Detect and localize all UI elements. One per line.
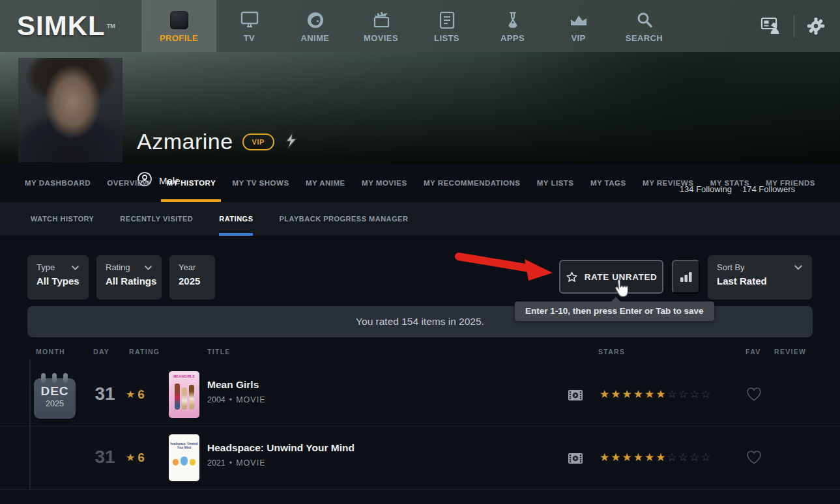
profile-hero: Azmarine VIP Male 134 Following 174 Foll…	[0, 52, 840, 164]
profile-tabs: MY DASHBOARD OVERVIEW MY HISTORY MY TV S…	[0, 164, 840, 202]
item-meta: 2004•MOVIE	[207, 395, 266, 404]
tab-my-tags[interactable]: MY TAGS	[589, 164, 628, 202]
sort-by-dropdown[interactable]: Sort By Last Rated	[708, 255, 812, 300]
type-filter-dropdown[interactable]: Type All Types	[27, 255, 89, 300]
tab-my-dashboard[interactable]: MY DASHBOARD	[23, 164, 92, 202]
nav-item-search[interactable]: SEARCH	[611, 0, 677, 52]
nav-item-label: SEARCH	[626, 33, 663, 43]
main-nav: PROFILE TV ANIME MOVIES	[141, 0, 677, 52]
year-filter-value: 2025	[179, 275, 206, 287]
profile-name-row: Azmarine VIP	[137, 129, 299, 154]
title-cell: Headspace: Unwind Your Mind 2021•MOVIE	[207, 442, 355, 468]
item-meta: 2021•MOVIE	[207, 458, 355, 468]
tab-my-tv-shows[interactable]: MY TV SHOWS	[231, 164, 290, 202]
favorite-heart-icon[interactable]	[746, 386, 762, 404]
ratings-chart-button[interactable]	[672, 260, 700, 294]
year-filter-dropdown[interactable]: Year 2025	[169, 255, 215, 300]
profile-name: Azmarine	[137, 129, 233, 154]
tab-my-friends[interactable]: MY FRIENDS	[764, 164, 817, 202]
col-month: MONTH	[36, 348, 65, 356]
nav-item-apps[interactable]: APPS	[480, 0, 545, 52]
subtab-playback-progress-manager[interactable]: PLAYBACK PROGRESS MANAGER	[279, 202, 408, 236]
item-title[interactable]: Mean Girls	[207, 379, 266, 391]
profile-avatar-icon	[170, 10, 188, 29]
nav-item-label: MOVIES	[364, 33, 398, 43]
ratings-table: MONTH DAY RATING TITLE STARS FAV REVIEW …	[0, 343, 840, 490]
tab-my-history[interactable]: MY HISTORY	[165, 164, 217, 202]
nav-item-tv[interactable]: TV	[216, 0, 282, 52]
top-navigation: SIMKL TM PROFILE TV ANIME	[0, 0, 840, 52]
controls-row: Type All Types Rating All Ratings Year 2…	[0, 236, 840, 306]
bar-chart-icon	[680, 271, 693, 283]
nav-item-vip[interactable]: VIP	[545, 0, 611, 52]
calendar-year: 2025	[34, 399, 76, 408]
col-day: DAY	[93, 348, 109, 356]
media-type: MOVIE	[236, 458, 265, 468]
calendar-badge: DEC 2025	[34, 378, 76, 419]
year-filter-label: Year	[179, 262, 196, 272]
history-subtabs: WATCH HISTORY RECENTLY VISITED RATINGS P…	[0, 202, 840, 236]
vip-icon	[569, 10, 588, 29]
sort-by-label: Sort By	[717, 262, 745, 272]
star-rating-input[interactable]: ★★★★★★☆☆☆☆	[600, 451, 712, 464]
star-rating-input[interactable]: ★★★★★★☆☆☆☆	[600, 387, 712, 401]
poster-mean-girls[interactable]: MEANGIRLS	[169, 371, 199, 418]
nav-item-lists[interactable]: LISTS	[414, 0, 480, 52]
table-header: MONTH DAY RATING TITLE STARS FAV REVIEW	[0, 343, 840, 363]
simkl-logo-tm: TM	[107, 23, 115, 29]
tv-icon	[240, 10, 259, 29]
flask-icon	[504, 10, 521, 29]
nav-item-anime[interactable]: ANIME	[282, 0, 348, 52]
nav-right-actions	[760, 0, 826, 52]
poster-headspace[interactable]: headspace: Unwind Your Mind	[169, 434, 199, 481]
chevron-down-icon	[144, 265, 152, 270]
share-profile-icon[interactable]	[760, 16, 782, 36]
rating-filter-value: All Ratings	[106, 275, 152, 287]
tab-my-lists[interactable]: MY LISTS	[536, 164, 575, 202]
profile-avatar[interactable]	[18, 58, 123, 162]
day-number: 31	[89, 384, 121, 404]
type-filter-label: Type	[36, 262, 55, 272]
simkl-ratings-page: SIMKL TM PROFILE TV ANIME	[0, 0, 840, 504]
chevron-down-icon	[794, 264, 803, 270]
calendar-month: DEC	[34, 384, 76, 399]
type-filter-value: All Types	[36, 275, 80, 287]
subtab-ratings[interactable]: RATINGS	[219, 202, 253, 236]
lists-icon	[439, 10, 456, 29]
tab-my-anime[interactable]: MY ANIME	[304, 164, 347, 202]
chevron-down-icon	[71, 265, 80, 270]
nav-item-movies[interactable]: MOVIES	[348, 0, 414, 52]
nav-item-label: TV	[244, 33, 255, 43]
rate-tooltip: Enter 1-10, then press Enter or Tab to s…	[515, 301, 714, 321]
nav-divider	[794, 15, 794, 37]
settings-gear-icon[interactable]	[806, 16, 826, 36]
tab-overview[interactable]: OVERVIEW	[106, 164, 151, 202]
tab-my-reviews[interactable]: MY REVIEWS	[641, 164, 695, 202]
favorite-heart-icon[interactable]	[746, 449, 762, 468]
rate-unrated-label: RATE UNRATED	[585, 272, 658, 282]
simkl-logo[interactable]: SIMKL TM	[0, 0, 141, 52]
rating-value: ★ 6	[126, 387, 145, 402]
annotation-arrow	[455, 251, 554, 282]
tab-my-stats[interactable]: MY STATS	[709, 164, 751, 202]
item-title[interactable]: Headspace: Unwind Your Mind	[207, 442, 355, 454]
subtab-watch-history[interactable]: WATCH HISTORY	[31, 202, 94, 236]
movie-media-icon	[568, 389, 583, 404]
rating-filter-label: Rating	[106, 262, 130, 272]
day-number: 31	[89, 447, 121, 468]
bolt-icon	[283, 132, 299, 152]
subtab-recently-visited[interactable]: RECENTLY VISITED	[120, 202, 193, 236]
table-row: 31 ★ 6 headspace: Unwind Your Mind Heads…	[0, 427, 840, 490]
vip-badge[interactable]: VIP	[242, 133, 274, 150]
search-icon	[636, 10, 653, 29]
tab-my-recommendations[interactable]: MY RECOMMENDATIONS	[422, 164, 522, 202]
nav-item-profile[interactable]: PROFILE	[141, 0, 216, 52]
table-row: DEC 2025 31 ★ 6 MEANGIRLS Mean Girls 200…	[0, 363, 840, 427]
nav-item-label: ANIME	[301, 33, 330, 43]
rating-star-icon: ★	[126, 389, 135, 400]
rating-star-icon: ★	[126, 453, 135, 463]
rate-unrated-button[interactable]: RATE UNRATED	[559, 260, 663, 294]
tab-my-movies[interactable]: MY MOVIES	[360, 164, 408, 202]
rating-filter-dropdown[interactable]: Rating All Ratings	[96, 255, 162, 300]
nav-item-label: PROFILE	[160, 33, 198, 43]
